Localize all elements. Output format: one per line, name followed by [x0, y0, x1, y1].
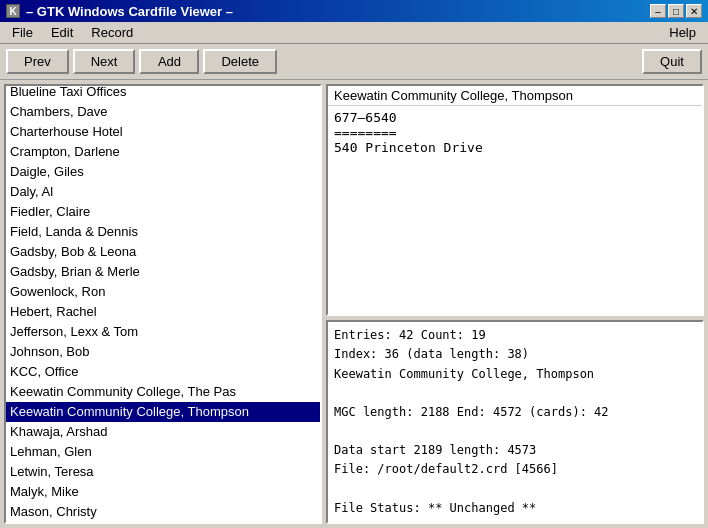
title-bar: K – GTK Windows Cardfile Viewer – – □ ✕ — [0, 0, 708, 22]
app-icon: K — [6, 4, 20, 18]
quit-button[interactable]: Quit — [642, 49, 702, 74]
right-panel: Keewatin Community College, Thompson 677… — [326, 84, 704, 524]
minimize-button[interactable]: – — [650, 4, 666, 18]
info-line-7: Data start 2189 length: 4573 — [334, 441, 696, 460]
card-view: Keewatin Community College, Thompson 677… — [326, 84, 704, 316]
menu-bar-left: File Edit Record — [4, 23, 141, 42]
info-line-2: Index: 36 (data length: 38) — [334, 345, 696, 364]
menu-bar: File Edit Record Help — [0, 22, 708, 44]
info-line-6 — [334, 422, 696, 441]
add-button[interactable]: Add — [139, 49, 199, 74]
list-item[interactable]: Gowenlock, Ron — [6, 282, 320, 302]
info-line-4 — [334, 384, 696, 403]
list-item[interactable]: Gadsby, Brian & Merle — [6, 262, 320, 282]
next-button[interactable]: Next — [73, 49, 136, 74]
list-panel: Abstract Printing & PromotionAll About C… — [4, 84, 322, 524]
list-item[interactable]: Fiedler, Claire — [6, 202, 320, 222]
info-line-8: File: /root/default2.crd [4566] — [334, 460, 696, 479]
list-item[interactable]: Chambers, Dave — [6, 102, 320, 122]
list-item[interactable]: Blueline Taxi Offices — [6, 86, 320, 102]
list-item[interactable]: Malyk, Mike — [6, 482, 320, 502]
list-item[interactable]: Johnson, Bob — [6, 342, 320, 362]
list-scroll[interactable]: Abstract Printing & PromotionAll About C… — [6, 86, 320, 522]
menu-help[interactable]: Help — [661, 23, 704, 42]
menu-file[interactable]: File — [4, 23, 41, 42]
info-line-10: File Status: ** Unchanged ** — [334, 499, 696, 518]
list-item[interactable]: Crampton, Darlene — [6, 142, 320, 162]
card-body: 677–6540 ======== 540 Princeton Drive — [328, 106, 702, 314]
card-line-3: 540 Princeton Drive — [334, 140, 696, 155]
toolbar-left: Prev Next Add Delete — [6, 49, 277, 74]
close-button[interactable]: ✕ — [686, 4, 702, 18]
list-item[interactable]: Gadsby, Bob & Leona — [6, 242, 320, 262]
list-item[interactable]: Charterhouse Hotel — [6, 122, 320, 142]
toolbar: Prev Next Add Delete Quit — [0, 44, 708, 80]
info-line-1: Entries: 42 Count: 19 — [334, 326, 696, 345]
list-item[interactable]: Khawaja, Arshad — [6, 422, 320, 442]
main-content: Abstract Printing & PromotionAll About C… — [0, 80, 708, 528]
card-line-1: 677–6540 — [334, 110, 696, 125]
list-item[interactable]: Keewatin Community College, Thompson — [6, 402, 320, 422]
prev-button[interactable]: Prev — [6, 49, 69, 74]
menu-record[interactable]: Record — [83, 23, 141, 42]
list-item[interactable]: Field, Landa & Dennis — [6, 222, 320, 242]
list-item[interactable]: Daly, Al — [6, 182, 320, 202]
list-item[interactable]: Hebert, Rachel — [6, 302, 320, 322]
title-bar-left: K – GTK Windows Cardfile Viewer – — [6, 4, 233, 19]
list-item[interactable]: Letwin, Teresa — [6, 462, 320, 482]
info-line-3: Keewatin Community College, Thompson — [334, 365, 696, 384]
list-item[interactable]: Keewatin Community College, The Pas — [6, 382, 320, 402]
info-line-5: MGC length: 2188 End: 4572 (cards): 42 — [334, 403, 696, 422]
list-item[interactable]: Mason, Christy — [6, 502, 320, 522]
maximize-button[interactable]: □ — [668, 4, 684, 18]
card-title: Keewatin Community College, Thompson — [328, 86, 702, 106]
card-line-2: ======== — [334, 125, 696, 140]
list-item[interactable]: Daigle, Giles — [6, 162, 320, 182]
info-panel: Entries: 42 Count: 19 Index: 36 (data le… — [326, 320, 704, 524]
list-item[interactable]: Jefferson, Lexx & Tom — [6, 322, 320, 342]
list-item[interactable]: Lehman, Glen — [6, 442, 320, 462]
menu-edit[interactable]: Edit — [43, 23, 81, 42]
window-title: – GTK Windows Cardfile Viewer – — [26, 4, 233, 19]
info-line-9 — [334, 480, 696, 499]
delete-button[interactable]: Delete — [203, 49, 277, 74]
list-item[interactable]: KCC, Office — [6, 362, 320, 382]
title-bar-controls[interactable]: – □ ✕ — [650, 4, 702, 18]
